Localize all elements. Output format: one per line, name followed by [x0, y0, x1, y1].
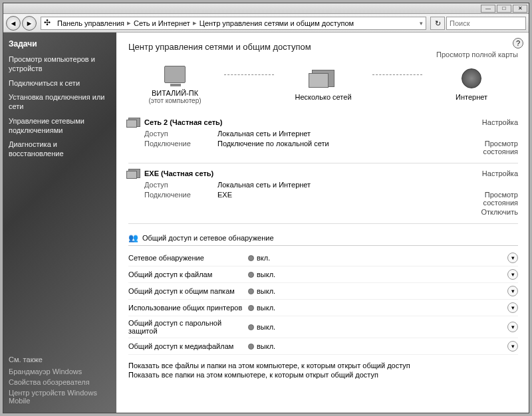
refresh-button[interactable]: ↻ [430, 17, 445, 30]
breadcrumb-mid[interactable]: Сеть и Интернет [134, 19, 190, 27]
status-dot-icon [248, 272, 254, 278]
chevron-right-icon: ▸ [193, 19, 197, 27]
sharing-status: выкл. [257, 270, 275, 278]
sharing-status: выкл. [257, 304, 275, 312]
sidebar-task[interactable]: Просмотр компьютеров и устройств [9, 55, 111, 74]
sharing-header: Общий доступ и сетевое обнаружение [142, 234, 274, 242]
sidebar-other[interactable]: Центр устройств Windows Mobile [9, 389, 111, 405]
sharing-row: Использование общих принтероввыкл.▾ [128, 300, 518, 316]
expand-button[interactable]: ▾ [507, 322, 518, 332]
expand-button[interactable]: ▾ [507, 341, 518, 352]
dropdown-icon[interactable]: ▾ [420, 20, 423, 27]
maximize-button[interactable]: □ [497, 5, 511, 13]
network-name: EXE (Частная сеть) [144, 169, 213, 177]
tasks-header: Задачи [9, 39, 111, 49]
sharing-status: вкл. [257, 254, 270, 262]
network-panel-icon: ✣ [44, 18, 55, 29]
sharing-row: Общий доступ к медиафайламвыкл.▾ [128, 338, 518, 355]
expand-button[interactable]: ▾ [507, 253, 518, 263]
map-node-pc: ВИТАЛИЙ-ПК (этот компьютер) [128, 61, 221, 104]
network-icon [312, 70, 334, 87]
map-node-internet: Интернет [425, 65, 518, 101]
row-label: Доступ [144, 181, 217, 189]
nav-toolbar: ◄ ► ✣ Панель управления ▸ Сеть и Интерне… [3, 14, 529, 33]
status-dot-icon [248, 324, 254, 330]
status-dot-icon [248, 255, 254, 261]
status-dot-icon [248, 305, 254, 311]
view-full-map-link[interactable]: Просмотр полной карты [436, 51, 518, 58]
breadcrumb-leaf[interactable]: Центр управления сетями и общим доступом [200, 19, 354, 27]
back-button[interactable]: ◄ [6, 16, 21, 31]
action-link[interactable]: Отключить [458, 208, 518, 216]
row-value: Подключение по локальной сети [217, 140, 458, 156]
map-connector [224, 74, 274, 75]
sharing-label: Использование общих принтеров [128, 304, 248, 312]
sidebar: Задачи Просмотр компьютеров и устройств … [3, 33, 116, 413]
map-connector [372, 74, 422, 75]
sharing-row: Общий доступ к общим папкамвыкл.▾ [128, 283, 518, 300]
main-panel: ? Центр управления сетями и общим доступ… [116, 33, 529, 413]
globe-icon [462, 68, 481, 88]
content-body: Задачи Просмотр компьютеров и устройств … [3, 33, 529, 413]
address-bar[interactable]: ✣ Панель управления ▸ Сеть и Интернет ▸ … [41, 17, 426, 30]
expand-button[interactable]: ▾ [507, 269, 518, 280]
network-section: EXE (Частная сеть)НастройкаДоступЛокальн… [128, 163, 518, 224]
network-row: ДоступЛокальная сеть и Интернет [144, 130, 518, 138]
sharing-row: Общий доступ с парольной защитойвыкл.▾ [128, 316, 518, 338]
network-row: ПодключениеПодключение по локальной сети… [144, 140, 518, 156]
configure-link[interactable]: Настройка [482, 118, 518, 126]
network-map: ВИТАЛИЙ-ПК (этот компьютер) Несколько се… [128, 61, 518, 104]
action-link[interactable]: Просмотр состояния [458, 191, 518, 207]
computer-icon [164, 66, 186, 83]
network-name: Сеть 2 (Частная сеть) [144, 118, 222, 126]
people-icon: 👥 [128, 233, 138, 243]
chevron-right-icon: ▸ [127, 19, 131, 27]
window: — □ ✕ ◄ ► ✣ Панель управления ▸ Сеть и И… [3, 3, 529, 413]
status-dot-icon [248, 288, 254, 294]
bottom-links: Показать все файлы и папки на этом компь… [128, 362, 518, 379]
sidebar-other[interactable]: Брандмауэр Windows [9, 367, 111, 375]
map-node-networks: Несколько сетей [277, 65, 370, 101]
search-input[interactable] [446, 17, 526, 30]
network-section: Сеть 2 (Частная сеть)НастройкаДоступЛока… [128, 112, 518, 163]
sharing-label: Сетевое обнаружение [128, 254, 248, 262]
row-value: Локальная сеть и Интернет [217, 181, 518, 189]
expand-button[interactable]: ▾ [507, 286, 518, 296]
sharing-label: Общий доступ к медиафайлам [128, 342, 248, 350]
expand-button[interactable]: ▾ [507, 302, 518, 313]
see-also-header: См. также [9, 356, 111, 364]
row-value: EXE [217, 191, 458, 216]
titlebar: — □ ✕ [3, 3, 529, 14]
row-label: Подключение [144, 191, 217, 216]
sharing-section: 👥 Общий доступ и сетевое обнаружение Сет… [128, 233, 518, 355]
status-dot-icon [248, 344, 254, 350]
sharing-status: выкл. [257, 287, 275, 295]
sidebar-other[interactable]: Свойства обозревателя [9, 378, 111, 386]
sidebar-task[interactable]: Управление сетевыми подключениями [9, 117, 111, 136]
sharing-row: Сетевое обнаружениевкл.▾ [128, 250, 518, 266]
sharing-status: выкл. [257, 342, 275, 350]
breadcrumb-root[interactable]: Панель управления [57, 19, 124, 27]
action-link[interactable]: Просмотр состояния [458, 140, 518, 156]
close-button[interactable]: ✕ [513, 5, 527, 13]
show-shared-files-link[interactable]: Показать все файлы и папки на этом компь… [128, 362, 518, 369]
sharing-status: выкл. [257, 323, 275, 331]
network-row: ДоступЛокальная сеть и Интернет [144, 181, 518, 189]
sharing-row: Общий доступ к файламвыкл.▾ [128, 266, 518, 283]
sharing-label: Общий доступ к файлам [128, 270, 248, 278]
configure-link[interactable]: Настройка [482, 169, 518, 177]
row-label: Доступ [144, 130, 217, 138]
network-row: ПодключениеEXEПросмотр состоянияОтключит… [144, 191, 518, 216]
network-small-icon [128, 118, 140, 127]
sidebar-task[interactable]: Подключиться к сети [9, 79, 111, 88]
sharing-label: Общий доступ к общим папкам [128, 287, 248, 295]
sidebar-task[interactable]: Диагностика и восстановление [9, 140, 111, 159]
show-shared-folders-link[interactable]: Показать все папки на этом компьютере, к… [128, 371, 518, 379]
forward-button[interactable]: ► [22, 16, 37, 31]
help-icon[interactable]: ? [513, 38, 523, 49]
sharing-label: Общий доступ с парольной защитой [128, 319, 248, 335]
minimize-button[interactable]: — [481, 5, 495, 13]
sidebar-task[interactable]: Установка подключения или сети [9, 93, 111, 112]
row-value: Локальная сеть и Интернет [217, 130, 518, 138]
row-label: Подключение [144, 140, 217, 156]
